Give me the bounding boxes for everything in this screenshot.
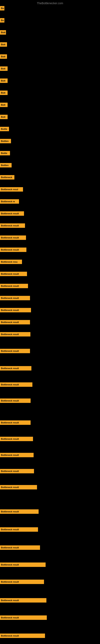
bar-row: Bott	[0, 66, 8, 72]
bar-label: Bottleneck result	[0, 580, 44, 584]
bar-row: Bottleneck result	[0, 527, 38, 532]
bar-label: Bottleneck result	[0, 398, 31, 403]
bar-label: Bottleneck result	[0, 296, 30, 300]
bar-label: Bottleneck result	[0, 437, 33, 441]
bar-label: Bottleneck	[0, 175, 14, 180]
bar-row: Bottleneck result	[0, 320, 30, 325]
bar-label: Bottleneck result	[0, 224, 25, 228]
bar-label: Bottleneck re	[0, 199, 19, 204]
bar-row: Bottleneck result	[0, 211, 24, 216]
bar-label: Bottleneck result	[0, 509, 39, 514]
bar-row: Bottleneck result	[0, 224, 25, 228]
bar-label: Bottlen	[0, 139, 11, 143]
bar-row: Bottleneck result	[0, 349, 30, 354]
bar-row: Bottleneck result	[0, 616, 47, 621]
bar-label: Bottleneck result	[0, 272, 27, 276]
bar-label: Bott	[0, 78, 8, 83]
bar-row: Bottleneck result	[0, 398, 31, 404]
bar-label: Bottleneck result	[0, 453, 34, 457]
bar-row: Bottle	[0, 127, 9, 132]
bar-row: Bottle	[0, 151, 10, 156]
bar-row: Bott	[0, 90, 8, 96]
bar-label: Bottleneck resul	[0, 187, 23, 192]
bar-row: Bott	[0, 115, 8, 120]
bar-label: Bottleneck result	[0, 332, 30, 336]
bar-label: Bottleneck result	[0, 320, 30, 324]
bar-row: Bottleneck result	[0, 580, 44, 585]
bar-label: Bottleneck result	[0, 236, 26, 240]
bar-label: Bottlen	[0, 163, 12, 168]
bar-row: Bott	[0, 42, 7, 48]
bar-row: Bottleneck result	[0, 509, 39, 514]
bar-label: Bott	[0, 42, 7, 47]
bar-row: Bott	[0, 78, 8, 84]
bar-row: Bottleneck result	[0, 332, 30, 337]
bar-row: Bottleneck result	[0, 236, 26, 241]
bar-row: Bottleneck result	[0, 437, 33, 442]
bar-label: Bottleneck resu	[0, 260, 22, 264]
bar-label: Bott	[0, 54, 7, 59]
bar-label: Bottle	[0, 151, 10, 155]
bar-label: Bott	[0, 66, 8, 71]
bar-row: Bo	[0, 6, 4, 11]
bar-row: Bottleneck result	[0, 485, 37, 490]
bar-label: Bottleneck result	[0, 349, 30, 353]
bar-label: Bottleneck result	[0, 634, 45, 638]
bar-row: Bottleneck	[0, 175, 14, 180]
bar-label: Bottleneck result	[0, 485, 37, 490]
bar-row: Bottleneck result	[0, 420, 31, 426]
bar-label: Bottleneck result	[0, 616, 47, 620]
bar-row: Bottleneck result	[0, 469, 34, 474]
bar-label: Bo	[0, 18, 4, 22]
bar-row: Bottleneck result	[0, 366, 31, 371]
bar-row: Bottlen	[0, 163, 12, 168]
bar-row: Bottleneck result	[0, 248, 26, 253]
bar-label: Bott	[0, 30, 6, 34]
bar-label: Bottle	[0, 127, 9, 131]
bar-row: Bottleneck result	[0, 284, 28, 289]
bar-row: Bottleneck re	[0, 199, 19, 204]
bar-label: Bottleneck result	[0, 284, 28, 288]
bar-row: Bottleneck resul	[0, 187, 23, 192]
bar-row: Bottleneck result	[0, 453, 34, 458]
bar-label: Bottleneck result	[0, 527, 38, 532]
bar-row: Bottleneck result	[0, 546, 40, 550]
bar-label: Bott	[0, 90, 8, 95]
bar-label: Bottleneck result	[0, 211, 24, 216]
bar-label: Bott	[0, 115, 8, 119]
bar-row: Bott	[0, 54, 7, 60]
bar-row: Bott	[0, 30, 6, 36]
bar-row: Bottleneck result	[0, 598, 47, 603]
bar-label: Bottleneck result	[0, 546, 40, 550]
bar-row: Bottleneck result	[0, 308, 31, 313]
bar-label: Bottleneck result	[0, 469, 34, 473]
bar-row: Bottleneck result	[0, 272, 27, 277]
bar-row: Bottleneck result	[0, 562, 46, 568]
bar-row: Bottleneck result	[0, 634, 45, 639]
bar-label: Bottleneck result	[0, 308, 31, 312]
bar-label: Bottleneck result	[0, 420, 31, 425]
bar-row: Bottleneck resu	[0, 260, 22, 265]
bar-label: Bottleneck result	[0, 366, 31, 370]
bar-row: Bottleneck result	[0, 296, 30, 301]
bar-row: Bottlen	[0, 139, 11, 144]
bar-label: Bo	[0, 6, 4, 10]
bar-label: Bottleneck result	[0, 248, 26, 252]
bar-label: Bott	[0, 103, 8, 107]
bar-row: Bott	[0, 103, 8, 108]
bar-label: Bottleneck result	[0, 562, 46, 567]
bar-label: Bottleneck result	[0, 598, 47, 602]
bar-label: Bottleneck result	[0, 382, 32, 387]
bar-row: Bottleneck result	[0, 382, 32, 388]
bar-row: Bo	[0, 18, 4, 23]
